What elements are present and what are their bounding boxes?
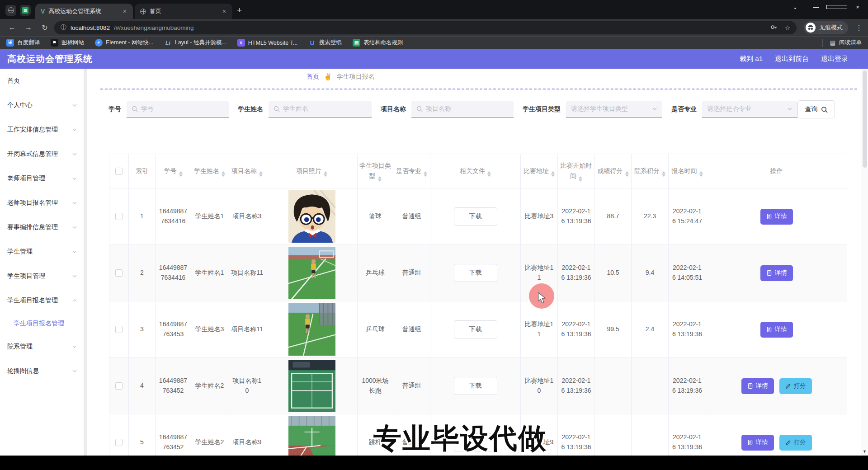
sort-caret[interactable] [487, 171, 491, 177]
column-header[interactable]: 学生姓名 [191, 154, 228, 188]
column-header[interactable]: 相关文件 [430, 154, 521, 188]
download-button[interactable]: 下载 [454, 264, 497, 282]
sort-caret[interactable] [551, 171, 555, 177]
close-icon[interactable]: × [122, 8, 127, 15]
tab-search-icon[interactable]: ⌄ [785, 4, 806, 10]
judge-user-label[interactable]: 裁判 a1 [740, 55, 763, 63]
column-header[interactable]: 比赛地址 [521, 154, 558, 188]
bookmark-item[interactable]: 译百度翻译 [6, 39, 40, 47]
search-button[interactable]: 查询 [797, 100, 835, 118]
breadcrumb-home-link[interactable]: 首页 [307, 73, 319, 81]
checkbox-cell [109, 358, 129, 414]
row-checkbox[interactable] [115, 439, 123, 446]
sidebar-item[interactable]: 老师项目报名管理 [0, 191, 84, 215]
sort-caret[interactable] [625, 171, 629, 177]
sidebar-item[interactable]: 老师项目管理 [0, 166, 84, 191]
scroll-down-icon[interactable]: ▼ [861, 449, 868, 454]
info-icon[interactable]: ⓘ [61, 24, 66, 32]
chevron-down-icon [72, 225, 77, 230]
sort-caret[interactable] [179, 171, 183, 177]
detail-button[interactable]: 详情 [760, 265, 793, 281]
sort-caret[interactable] [378, 176, 382, 182]
sort-caret[interactable] [324, 171, 327, 177]
sidebar-scrollbar[interactable] [84, 69, 87, 456]
more-menu-icon[interactable]: ⋮ [855, 24, 863, 32]
minimize-icon[interactable]: — [806, 4, 826, 10]
filter-input[interactable]: 学号 [127, 101, 229, 118]
close-window-icon[interactable]: × [847, 4, 868, 10]
download-button[interactable]: 下载 [454, 377, 497, 395]
detail-button[interactable]: 详情 [741, 435, 774, 451]
sidebar-item[interactable]: 学生项目报名管理 [0, 288, 84, 313]
detail-button[interactable]: 详情 [760, 209, 793, 225]
column-header[interactable]: 是否专业 [393, 154, 430, 188]
sidebar-item[interactable]: 个人中心 [0, 93, 84, 118]
bookmark-item[interactable]: 5HTML5 Website T... [237, 39, 297, 47]
browser-logo-icon[interactable] [5, 5, 16, 16]
forward-icon[interactable]: → [22, 24, 35, 32]
refresh-icon[interactable]: ↻ [38, 24, 52, 32]
bookmark-item[interactable]: U搜索壁纸 [308, 39, 342, 47]
star-icon[interactable]: ☆ [785, 24, 790, 31]
sidebar-item[interactable]: 轮播图信息 [0, 359, 84, 383]
row-checkbox[interactable] [115, 269, 123, 277]
tab-active[interactable]: V 高校运动会管理系统 × [35, 4, 133, 19]
column-header[interactable]: 学生项目类型 [358, 154, 393, 188]
scrollbar-thumb[interactable] [863, 70, 867, 168]
download-button[interactable]: 下载 [454, 320, 497, 338]
sidebar-item[interactable]: 院系管理 [0, 334, 84, 359]
score-button[interactable]: 打分 [779, 435, 812, 451]
sort-caret[interactable] [259, 171, 263, 177]
sidebar-item[interactable]: 学生管理 [0, 240, 84, 264]
sidebar-item[interactable]: 开闭幕式信息管理 [0, 142, 84, 166]
row-checkbox[interactable] [115, 326, 123, 333]
index-cell: 4 [129, 358, 156, 414]
bookmark-item[interactable]: ▦表结构命名规则 [353, 39, 403, 47]
score-button[interactable]: 打分 [779, 378, 812, 394]
page-scrollbar[interactable]: ▼ [861, 69, 868, 456]
sidebar-item[interactable]: 工作安排信息管理 [0, 118, 84, 142]
tab-inactive[interactable]: 首页 × [135, 4, 232, 19]
select-all-checkbox[interactable] [115, 168, 123, 175]
bookmark-item[interactable]: ⚑图标网站 [51, 39, 84, 47]
filter-select[interactable]: 请选择是否专业 [702, 101, 797, 118]
filter-input[interactable]: 项目名称 [411, 101, 514, 118]
filter-input[interactable]: 学生姓名 [269, 101, 372, 118]
bookmark-item[interactable]: EElement - 网站快... [95, 39, 153, 47]
sort-caret[interactable] [222, 171, 225, 177]
column-header[interactable]: 比赛开始时间 [558, 154, 595, 188]
detail-button[interactable]: 详情 [760, 322, 793, 338]
sort-caret[interactable] [662, 171, 665, 177]
close-icon[interactable]: × [222, 8, 227, 15]
sidebar-item[interactable]: 首页 [0, 69, 84, 93]
column-header[interactable]: 成绩得分 [595, 154, 632, 188]
download-button[interactable]: 下载 [454, 207, 497, 226]
address-bar[interactable]: ⓘ localhost:8082/#/xueshengxiangmubaomin… [54, 21, 797, 34]
logout-link[interactable]: 退出登录 [821, 55, 848, 63]
detail-button[interactable]: 详情 [741, 378, 774, 394]
reading-list-button[interactable]: ▤ 阅读清单 [822, 39, 862, 47]
exit-to-frontend-link[interactable]: 退出到前台 [775, 55, 809, 63]
sidebar-subitem[interactable]: 学生项目报名管理 [0, 313, 84, 334]
row-checkbox[interactable] [115, 213, 123, 220]
sort-caret[interactable] [699, 171, 703, 177]
column-header[interactable]: 学号 [156, 154, 191, 188]
sort-caret[interactable] [579, 176, 582, 182]
key-icon[interactable] [770, 24, 778, 32]
sort-caret[interactable] [424, 171, 427, 177]
column-header[interactable]: 项目名称 [228, 154, 266, 188]
sidebar-item[interactable]: 学生项目管理 [0, 264, 84, 288]
sheets-pinned-icon[interactable]: ▦ [20, 5, 31, 16]
column-header[interactable]: 院系积分 [632, 154, 669, 188]
row-checkbox[interactable] [115, 382, 123, 390]
bookmark-item[interactable]: LiLayui - 经典开源模... [164, 39, 226, 47]
column-header[interactable]: 项目照片 [266, 154, 358, 188]
sidebar-item-label: 首页 [7, 77, 20, 85]
maximize-icon[interactable] [826, 4, 847, 10]
sidebar-item[interactable]: 赛事编排信息管理 [0, 215, 84, 240]
url-path: /#/xueshengxiangmubaoming [114, 24, 193, 31]
back-icon[interactable]: ← [5, 24, 19, 32]
column-header[interactable]: 报名时间 [669, 154, 706, 188]
filter-select[interactable]: 请选择学生项目类型 [566, 101, 662, 118]
new-tab-button[interactable]: + [237, 5, 242, 15]
